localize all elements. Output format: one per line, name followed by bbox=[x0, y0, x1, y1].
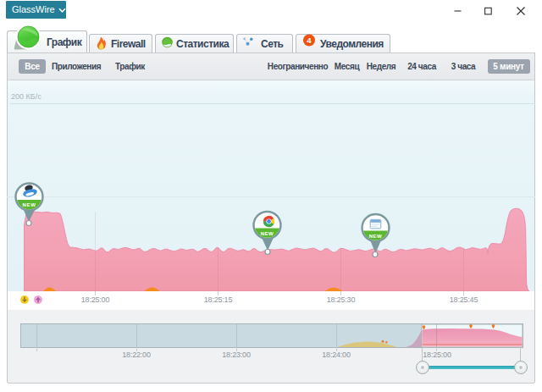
svg-text:4: 4 bbox=[307, 36, 312, 45]
svg-text:NEW: NEW bbox=[261, 231, 274, 236]
svg-text:NEW: NEW bbox=[23, 202, 36, 207]
svg-text:NEW: NEW bbox=[369, 234, 383, 239]
